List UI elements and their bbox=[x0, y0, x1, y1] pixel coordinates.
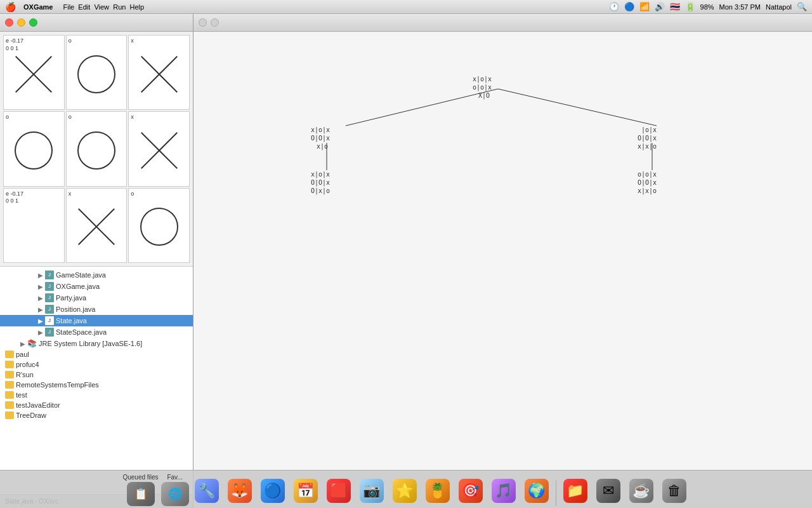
tree-item-position[interactable]: ▶ J Position.java bbox=[0, 304, 193, 315]
titlebar-buttons bbox=[199, 18, 219, 27]
menu-file[interactable]: File bbox=[63, 3, 74, 11]
cross-icon-0 bbox=[15, 55, 53, 93]
expand-icon: ▶ bbox=[38, 283, 43, 290]
circle-icon-4 bbox=[77, 131, 115, 170]
cell-label-8: o bbox=[131, 190, 134, 198]
tree-item-testjavaeditor[interactable]: testJavaEditor bbox=[0, 400, 193, 410]
minimize-button[interactable] bbox=[17, 18, 25, 27]
cell-content-3 bbox=[6, 117, 62, 184]
tree-item-test[interactable]: test bbox=[0, 390, 193, 400]
left-panel: e -0.170 0 1 o x o bbox=[0, 14, 193, 508]
cell-label-4: o bbox=[69, 114, 72, 121]
tree-item-label: StateSpace.java bbox=[56, 328, 107, 336]
cross-icon-2 bbox=[140, 55, 178, 93]
dock-item-10[interactable]: 🍍 bbox=[422, 476, 453, 506]
folder-icon bbox=[5, 381, 14, 389]
titlebar-btn-1[interactable] bbox=[199, 18, 207, 27]
tree-item-statespace[interactable]: ▶ J StateSpace.java bbox=[0, 326, 193, 338]
cell-label-2: x bbox=[131, 37, 134, 45]
expand-icon: ▶ bbox=[38, 272, 43, 279]
right-panel-titlebar bbox=[193, 14, 812, 32]
dock-icon-13: 🌍 bbox=[525, 479, 549, 503]
dock-item-7[interactable]: 🟥 bbox=[324, 476, 354, 506]
tree-item-gamestate[interactable]: ▶ J GameState.java bbox=[0, 269, 193, 281]
tree-node-mid-right: |o|x O|O|x x|x|o bbox=[638, 126, 657, 150]
menubar-bluetooth-icon: 🔵 bbox=[624, 2, 634, 11]
expand-icon: ▶ bbox=[38, 329, 43, 336]
dock-item-5[interactable]: 🔵 bbox=[258, 476, 288, 506]
dock-icon-8: 📷 bbox=[360, 479, 384, 503]
dock-item-6[interactable]: 📅 bbox=[291, 476, 321, 506]
cross-icon-5 bbox=[140, 131, 178, 170]
tree-item-label: Party.java bbox=[56, 294, 86, 302]
tree-item-label: profuc4 bbox=[16, 361, 39, 368]
tree-item-oxgame[interactable]: ▶ J OXGame.java bbox=[0, 281, 193, 292]
dock-item-8[interactable]: 📷 bbox=[357, 476, 387, 506]
dock-favorites[interactable]: Fav... 🌐 bbox=[161, 474, 189, 506]
close-button[interactable] bbox=[5, 18, 13, 27]
dock: Queued files 📋 Fav... 🌐 🔧 🦊 🔵 📅 🟥 📷 ⭐ bbox=[0, 470, 812, 508]
dock-item-3[interactable]: 🔧 bbox=[192, 476, 222, 506]
dock-icon-queued[interactable]: 📋 bbox=[127, 482, 155, 506]
tree-item-profuc4[interactable]: profuc4 bbox=[0, 359, 193, 370]
menu-edit[interactable]: Edit bbox=[78, 3, 90, 11]
cell-content-8 bbox=[131, 194, 187, 260]
java-file-icon: J bbox=[45, 293, 54, 302]
tree-node-mid-left: x|o|x O|O|x x|o bbox=[311, 126, 330, 150]
menubar-search-icon[interactable]: 🔍 bbox=[797, 2, 807, 11]
board-cell-7: x bbox=[66, 188, 128, 263]
maximize-button[interactable] bbox=[29, 18, 37, 27]
tree-item-label: paul bbox=[16, 351, 29, 358]
tree-item-paul[interactable]: paul bbox=[0, 349, 193, 359]
cell-label-0: e -0.170 0 1 bbox=[6, 37, 23, 52]
dock-item-filezilla[interactable]: 📁 bbox=[560, 476, 591, 506]
tree-item-remotesystemstempfiles[interactable]: RemoteSystemsTempFiles bbox=[0, 380, 193, 390]
tree-item-label: GameState.java bbox=[56, 271, 106, 279]
tree-node-bot-right: o|o|x O|O|x x|x|o bbox=[638, 170, 657, 195]
menu-help[interactable]: Help bbox=[130, 3, 145, 11]
cell-label-6: e -0.170 0 1 bbox=[6, 190, 23, 205]
tree-item-rsun[interactable]: R'sun bbox=[0, 370, 193, 380]
menubar-wifi-icon: 📶 bbox=[639, 2, 650, 11]
dock-item-trash[interactable]: 🗑 bbox=[659, 476, 690, 506]
tree-item-label: Position.java bbox=[56, 305, 95, 313]
tree-sublines-svg bbox=[193, 32, 812, 508]
java-file-icon: J bbox=[45, 282, 54, 291]
dock-icon-11: 🎯 bbox=[459, 479, 483, 503]
tree-item-treedraw[interactable]: TreeDraw bbox=[0, 410, 193, 420]
tree-item-label: JRE System Library [JavaSE-1.6] bbox=[39, 340, 142, 347]
apple-menu[interactable]: 🍎 bbox=[5, 2, 16, 12]
cell-label-7: x bbox=[69, 190, 72, 198]
dock-item-9[interactable]: ⭐ bbox=[390, 476, 420, 506]
dock-icon-mail: ✉ bbox=[596, 479, 620, 503]
menu-run[interactable]: Run bbox=[113, 3, 126, 11]
expand-icon: ▶ bbox=[38, 318, 43, 324]
dock-icon-4: 🦊 bbox=[228, 479, 252, 503]
menu-view[interactable]: View bbox=[94, 3, 109, 11]
tree-item-label: OXGame.java bbox=[56, 283, 100, 290]
tree-item-label: RemoteSystemsTempFiles bbox=[16, 381, 99, 389]
dock-item-4[interactable]: 🦊 bbox=[225, 476, 255, 506]
dock-item-12[interactable]: 🎵 bbox=[488, 476, 519, 506]
dock-icon-3: 🔧 bbox=[195, 479, 219, 503]
folder-icon bbox=[5, 391, 14, 399]
dock-item-mail[interactable]: ✉ bbox=[593, 476, 624, 506]
expand-icon: ▶ bbox=[38, 295, 43, 302]
titlebar-btn-2[interactable] bbox=[211, 18, 219, 27]
dock-icon-fav[interactable]: 🌐 bbox=[161, 482, 189, 506]
board-cell-3: o bbox=[3, 111, 65, 186]
tree-lines-svg bbox=[193, 32, 812, 508]
dock-queued-files[interactable]: Queued files 📋 bbox=[122, 474, 158, 506]
svg-line-1 bbox=[498, 89, 657, 126]
app-name[interactable]: OXGame bbox=[23, 3, 53, 11]
board-cell-8: o bbox=[128, 188, 190, 263]
tree-item-state[interactable]: ▶ J State.java bbox=[0, 315, 193, 326]
tree-item-label: State.java bbox=[56, 317, 87, 324]
tree-item-jre[interactable]: ▶ 📚 JRE System Library [JavaSE-1.6] bbox=[0, 338, 193, 349]
dock-item-11[interactable]: 🎯 bbox=[455, 476, 486, 506]
file-tree[interactable]: ▶ J GameState.java ▶ J OXGame.java ▶ J P… bbox=[0, 267, 193, 494]
dock-item-13[interactable]: 🌍 bbox=[521, 476, 552, 506]
tree-item-party[interactable]: ▶ J Party.java bbox=[0, 292, 193, 304]
dock-item-coffee[interactable]: ☕ bbox=[626, 476, 657, 506]
folder-icon bbox=[5, 411, 14, 419]
